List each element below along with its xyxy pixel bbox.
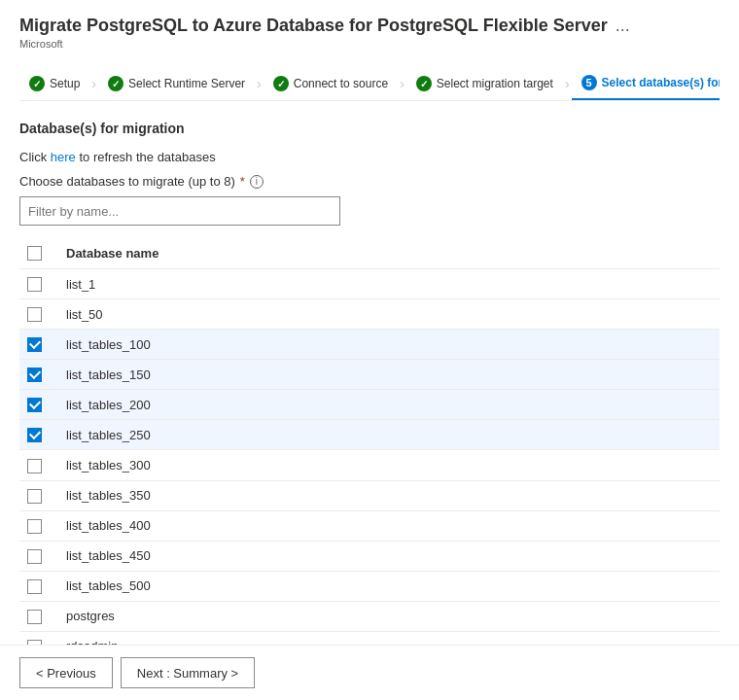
db-name-cell: list_tables_200: [58, 390, 720, 420]
db-name-cell: list_tables_500: [58, 571, 720, 601]
db-name-cell: list_tables_150: [58, 360, 720, 390]
ellipsis-menu-icon[interactable]: ...: [616, 16, 630, 36]
choose-label: Choose databases to migrate (up to 8) * …: [19, 174, 720, 189]
wizard-step-databases: 5Select database(s) for migration: [572, 67, 720, 100]
step-separator: ›: [563, 76, 572, 91]
refresh-link[interactable]: here: [51, 150, 76, 164]
table-row[interactable]: list_tables_350: [19, 480, 720, 510]
db-name-cell: list_tables_300: [58, 450, 720, 480]
info-icon[interactable]: i: [250, 175, 264, 189]
refresh-info: Click here to refresh the databases: [19, 150, 720, 164]
main-content: Database(s) for migration Click here to …: [0, 101, 739, 662]
wizard-step-setup[interactable]: ✓Setup: [19, 68, 89, 99]
row-checkbox-list_tables_250[interactable]: [27, 428, 42, 442]
table-row[interactable]: list_tables_150: [19, 360, 720, 390]
row-checkbox-cell[interactable]: [19, 269, 58, 299]
row-checkbox-cell[interactable]: [19, 601, 58, 631]
step-label-databases: Select database(s) for migration: [602, 76, 720, 89]
row-checkbox-list_tables_450[interactable]: [27, 549, 42, 564]
row-checkbox-cell[interactable]: [19, 450, 58, 480]
wizard-step-runtime[interactable]: ✓Select Runtime Server: [98, 68, 255, 99]
provider-label: Microsoft: [19, 38, 720, 50]
db-name-cell: list_1: [58, 269, 720, 299]
row-checkbox-cell[interactable]: [19, 480, 58, 510]
step-icon-target: ✓: [416, 76, 432, 91]
wizard-steps: ✓Setup›✓Select Runtime Server›✓Connect t…: [19, 59, 720, 101]
row-checkbox-list_tables_200[interactable]: [27, 398, 42, 412]
table-row[interactable]: list_50: [19, 299, 720, 330]
db-name-cell: list_tables_350: [58, 480, 720, 510]
row-checkbox-cell[interactable]: [19, 360, 58, 390]
row-checkbox-cell[interactable]: [19, 571, 58, 601]
row-checkbox-cell[interactable]: [19, 541, 58, 571]
row-checkbox-cell[interactable]: [19, 510, 58, 541]
table-row[interactable]: list_tables_200: [19, 390, 720, 420]
info-text-after: to refresh the databases: [76, 150, 216, 164]
row-checkbox-list_tables_100[interactable]: [27, 337, 42, 352]
step-label-setup: Setup: [50, 77, 80, 90]
previous-button[interactable]: < Previous: [19, 657, 113, 688]
footer: < Previous Next : Summary >: [0, 645, 739, 700]
step-separator: ›: [398, 76, 406, 91]
row-checkbox-list_tables_500[interactable]: [27, 579, 42, 594]
db-name-cell: postgres: [58, 601, 720, 631]
table-row[interactable]: list_tables_500: [19, 571, 720, 601]
select-all-checkbox[interactable]: [27, 246, 42, 261]
table-row[interactable]: list_1: [19, 269, 720, 299]
step-icon-setup: ✓: [29, 76, 45, 91]
table-header-row: Database name: [19, 237, 720, 269]
table-row[interactable]: list_tables_450: [19, 541, 720, 571]
db-name-cell: list_tables_400: [58, 510, 720, 541]
step-separator: ›: [89, 76, 98, 91]
row-checkbox-postgres[interactable]: [27, 610, 42, 624]
db-name-cell: list_tables_100: [58, 330, 720, 360]
db-name-cell: list_tables_450: [58, 541, 720, 571]
step-icon-source: ✓: [273, 76, 289, 91]
step-icon-databases: 5: [581, 75, 597, 90]
step-icon-runtime: ✓: [108, 76, 123, 91]
table-row[interactable]: list_tables_100: [19, 330, 720, 360]
step-label-runtime: Select Runtime Server: [128, 77, 245, 90]
database-list: list_1list_50list_tables_100list_tables_…: [19, 269, 720, 662]
row-checkbox-cell[interactable]: [19, 299, 58, 330]
row-checkbox-cell[interactable]: [19, 330, 58, 360]
required-marker: *: [240, 174, 245, 189]
db-name-cell: list_tables_250: [58, 420, 720, 450]
row-checkbox-cell[interactable]: [19, 390, 58, 420]
row-checkbox-list_1[interactable]: [27, 277, 42, 292]
page-header: Migrate PostgreSQL to Azure Database for…: [0, 0, 739, 101]
next-button[interactable]: Next : Summary >: [121, 657, 255, 688]
row-checkbox-list_tables_350[interactable]: [27, 489, 42, 504]
db-name-cell: list_50: [58, 299, 720, 330]
table-row[interactable]: list_tables_300: [19, 450, 720, 480]
info-text-before: Click: [19, 150, 51, 164]
db-name-header: Database name: [58, 237, 720, 269]
table-row[interactable]: postgres: [19, 601, 720, 631]
step-separator: ›: [255, 76, 264, 91]
choose-label-text: Choose databases to migrate (up to 8): [19, 174, 235, 189]
wizard-step-target[interactable]: ✓Select migration target: [406, 68, 563, 99]
table-row[interactable]: list_tables_400: [19, 510, 720, 541]
wizard-step-source[interactable]: ✓Connect to source: [264, 68, 398, 99]
section-title: Database(s) for migration: [19, 121, 720, 136]
filter-input[interactable]: [19, 196, 340, 226]
row-checkbox-list_50[interactable]: [27, 307, 42, 322]
table-row[interactable]: list_tables_250: [19, 420, 720, 450]
app-title-text: Migrate PostgreSQL to Azure Database for…: [19, 16, 608, 36]
row-checkbox-list_tables_400[interactable]: [27, 519, 42, 534]
database-table: Database name list_1list_50list_tables_1…: [19, 237, 720, 662]
app-title: Migrate PostgreSQL to Azure Database for…: [19, 16, 720, 36]
row-checkbox-cell[interactable]: [19, 420, 58, 450]
step-label-target: Select migration target: [437, 77, 553, 90]
row-checkbox-list_tables_150[interactable]: [27, 368, 42, 382]
select-all-header[interactable]: [19, 237, 58, 269]
step-label-source: Connect to source: [294, 77, 388, 90]
row-checkbox-list_tables_300[interactable]: [27, 459, 42, 473]
